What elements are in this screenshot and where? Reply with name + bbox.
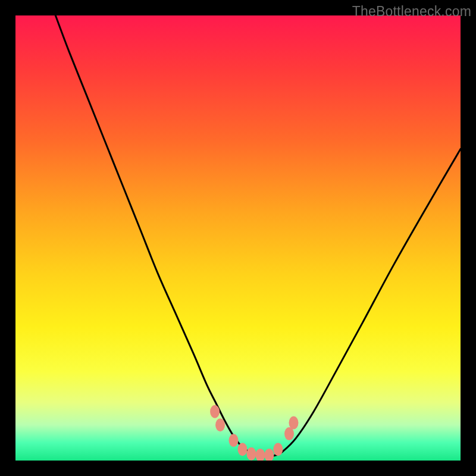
curve-marker bbox=[229, 434, 239, 447]
curve-marker bbox=[246, 447, 256, 461]
bottleneck-curve bbox=[55, 15, 461, 456]
curve-marker bbox=[237, 443, 247, 456]
curve-marker bbox=[284, 427, 294, 440]
chart-svg bbox=[15, 15, 461, 461]
curve-markers bbox=[210, 405, 298, 461]
watermark-text: TheBottleneck.com bbox=[352, 4, 471, 20]
curve-marker bbox=[264, 449, 274, 461]
curve-group bbox=[55, 15, 461, 456]
curve-marker bbox=[289, 416, 299, 429]
chart-plot-area bbox=[15, 15, 461, 461]
chart-frame: TheBottleneck.com bbox=[0, 0, 476, 476]
curve-marker bbox=[210, 405, 220, 418]
curve-marker bbox=[273, 443, 283, 456]
curve-marker bbox=[255, 449, 265, 461]
curve-marker bbox=[215, 418, 225, 431]
